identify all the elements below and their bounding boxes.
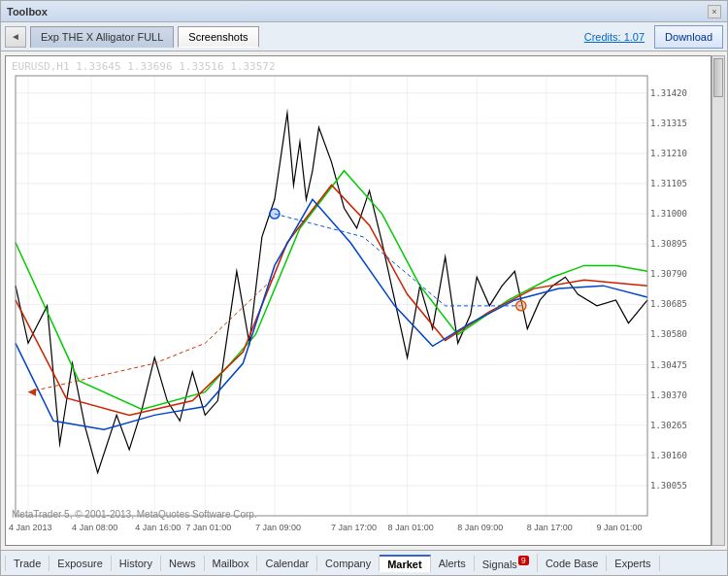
bottom-tab-experts[interactable]: Experts (607, 556, 659, 571)
content-area: EURUSD,H1 1.33645 1.33696 1.33516 1.3357… (1, 51, 727, 550)
tab-badge-signals: 9 (518, 556, 529, 565)
chart-symbol-info: EURUSD,H1 1.33645 1.33696 1.33516 1.3357… (12, 60, 276, 73)
window-title: Toolbox (7, 6, 48, 17)
scrollbar-thumb[interactable] (713, 58, 723, 97)
bottom-tab-calendar[interactable]: Calendar (257, 556, 317, 571)
bottom-tab-company[interactable]: Company (317, 556, 380, 571)
bottom-tab-history[interactable]: History (112, 556, 161, 571)
tab-screenshots[interactable]: Screenshots (178, 26, 258, 48)
credits-link[interactable]: Credits: 1.07 (584, 31, 645, 43)
bottom-tabs: TradeExposureHistoryNewsMailboxCalendarC… (1, 550, 727, 575)
bottom-tab-alerts[interactable]: Alerts (431, 556, 475, 571)
tab-alligator[interactable]: Exp THE X Alligator FULL (30, 26, 174, 48)
bottom-tab-news[interactable]: News (161, 556, 205, 571)
nav-back-button[interactable]: ◄ (5, 26, 26, 48)
chart-canvas[interactable] (6, 56, 711, 545)
chart-watermark: MetaTrader 5, © 2001-2013, MetaQuotes So… (12, 509, 257, 520)
titlebar: Toolbox × (1, 1, 727, 22)
vertical-scrollbar[interactable] (711, 55, 725, 546)
toolbar: ◄ Exp THE X Alligator FULL Screenshots C… (1, 22, 727, 51)
bottom-tab-mailbox[interactable]: Mailbox (205, 556, 258, 571)
bottom-tab-code-base[interactable]: Code Base (538, 556, 607, 571)
bottom-tab-signals[interactable]: Signals9 (475, 554, 538, 572)
bottom-tab-trade[interactable]: Trade (5, 556, 50, 571)
close-button[interactable]: × (708, 5, 721, 18)
chart-container: EURUSD,H1 1.33645 1.33696 1.33516 1.3357… (5, 55, 711, 546)
bottom-tab-exposure[interactable]: Exposure (50, 556, 111, 571)
toolbox-window: Toolbox × ◄ Exp THE X Alligator FULL Scr… (0, 0, 728, 576)
download-button[interactable]: Download (654, 25, 723, 49)
bottom-tab-market[interactable]: Market (380, 555, 430, 572)
